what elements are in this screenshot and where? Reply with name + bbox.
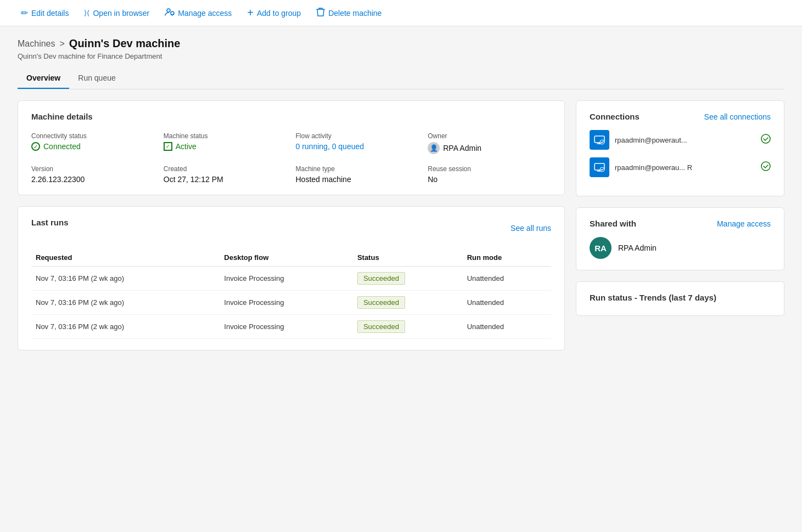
open-browser-button[interactable]: ⟩⟨ Open in browser — [76, 0, 157, 26]
run-trends-card: Run status - Trends (last 7 days) — [576, 281, 784, 316]
last-runs-card: Last runs See all runs Requested Desktop… — [18, 206, 565, 350]
reuse-session-label: Reuse session — [428, 165, 551, 173]
flow-activity-label: Flow activity — [296, 132, 419, 140]
connection-item: rpaadmin@powerau... R — [590, 157, 771, 177]
see-all-runs-link[interactable]: See all runs — [511, 224, 551, 233]
connection-icon — [590, 157, 609, 177]
manage-access-icon — [165, 8, 175, 19]
detail-connectivity: Connectivity status ✓ Connected — [31, 132, 155, 154]
tab-run-queue[interactable]: Run queue — [69, 69, 125, 89]
requested-cell: Nov 7, 03:16 PM (2 wk ago) — [31, 291, 220, 315]
status-cell: Succeeded — [353, 291, 463, 315]
edit-icon: ✏ — [21, 8, 28, 18]
connection-item: rpaadmin@poweraut... — [590, 130, 771, 150]
see-all-connections-link[interactable]: See all connections — [704, 112, 771, 121]
last-runs-title: Last runs — [31, 218, 69, 227]
machine-type-value: Hosted machine — [296, 175, 419, 184]
connections-card-header: Connections See all connections — [590, 112, 771, 121]
last-runs-header: Last runs See all runs — [31, 218, 551, 238]
open-browser-label: Open in browser — [93, 9, 149, 18]
shared-users-list: RA RPA Admin — [590, 237, 771, 259]
delete-machine-label: Delete machine — [328, 9, 382, 18]
connectivity-label: Connectivity status — [31, 132, 155, 140]
breadcrumb-current: Quinn's Dev machine — [69, 37, 181, 50]
flow-cell: Invoice Processing — [220, 291, 353, 315]
requested-cell: Nov 7, 03:16 PM (2 wk ago) — [31, 315, 220, 339]
machine-status-label: Machine status — [164, 132, 287, 140]
shared-with-header: Shared with Manage access — [590, 219, 771, 228]
version-label: Version — [31, 165, 155, 173]
svg-point-3 — [600, 140, 604, 144]
manage-access-link[interactable]: Manage access — [717, 219, 771, 228]
table-row: Nov 7, 03:16 PM (2 wk ago) Invoice Proce… — [31, 315, 551, 339]
created-value: Oct 27, 12:12 PM — [164, 175, 287, 184]
add-to-group-label: Add to group — [257, 9, 301, 18]
manage-access-label: Manage access — [178, 9, 232, 18]
status-cell: Succeeded — [353, 267, 463, 291]
reuse-session-value: No — [428, 175, 551, 184]
version-value: 2.26.123.22300 — [31, 175, 155, 184]
shared-user: RA RPA Admin — [590, 237, 771, 259]
detail-machine-type: Machine type Hosted machine — [296, 165, 419, 184]
open-browser-icon: ⟩⟨ — [84, 9, 89, 17]
col-run-mode: Run mode — [463, 249, 551, 267]
connections-card: Connections See all connections rpaadmin… — [576, 100, 784, 196]
connection-status-icon — [761, 134, 771, 146]
left-column: Machine details Connectivity status ✓ Co… — [18, 100, 565, 361]
detail-version: Version 2.26.123.22300 — [31, 165, 155, 184]
connectivity-value: ✓ Connected — [31, 142, 155, 151]
shared-with-card: Shared with Manage access RA RPA Admin — [576, 207, 784, 270]
table-row: Nov 7, 03:16 PM (2 wk ago) Invoice Proce… — [31, 291, 551, 315]
connected-icon: ✓ — [31, 142, 40, 151]
run-mode-cell: Unattended — [463, 267, 551, 291]
detail-owner: Owner 👤 RPA Admin — [428, 132, 551, 154]
run-mode-cell: Unattended — [463, 315, 551, 339]
toolbar: ✏ Edit details ⟩⟨ Open in browser Manage… — [0, 0, 802, 26]
table-row: Nov 7, 03:16 PM (2 wk ago) Invoice Proce… — [31, 267, 551, 291]
status-cell: Succeeded — [353, 315, 463, 339]
machine-details-card: Machine details Connectivity status ✓ Co… — [18, 100, 565, 195]
edit-details-button[interactable]: ✏ Edit details — [13, 0, 76, 26]
col-desktop-flow: Desktop flow — [220, 249, 353, 267]
flow-activity-value: 0 running, 0 queued — [296, 142, 419, 151]
owner-avatar-icon: 👤 — [428, 142, 440, 154]
breadcrumb-parent[interactable]: Machines — [18, 39, 55, 49]
detail-flow-activity: Flow activity 0 running, 0 queued — [296, 132, 419, 154]
edit-details-label: Edit details — [31, 9, 69, 18]
active-icon: ✓ — [164, 142, 172, 151]
user-name: RPA Admin — [618, 244, 657, 252]
tabs-bar: Overview Run queue — [18, 69, 784, 89]
right-column: Connections See all connections rpaadmin… — [576, 100, 784, 361]
requested-cell: Nov 7, 03:16 PM (2 wk ago) — [31, 267, 220, 291]
owner-label: Owner — [428, 132, 551, 140]
breadcrumb-separator: > — [59, 39, 64, 49]
flow-cell: Invoice Processing — [220, 267, 353, 291]
machine-details-title: Machine details — [31, 112, 551, 121]
machine-details-grid: Connectivity status ✓ Connected Machine … — [31, 132, 551, 184]
status-badge: Succeeded — [357, 296, 405, 309]
svg-point-7 — [761, 162, 770, 171]
created-label: Created — [164, 165, 287, 173]
user-avatar: RA — [590, 237, 612, 259]
flow-cell: Invoice Processing — [220, 315, 353, 339]
shared-with-title: Shared with — [590, 219, 636, 228]
connection-name: rpaadmin@poweraut... — [615, 136, 755, 144]
detail-reuse-session: Reuse session No — [428, 165, 551, 184]
add-to-group-button[interactable]: + Add to group — [239, 0, 309, 26]
main-grid: Machine details Connectivity status ✓ Co… — [18, 100, 784, 361]
delete-machine-button[interactable]: Delete machine — [309, 0, 389, 26]
connection-status-icon — [761, 161, 771, 173]
run-trends-title: Run status - Trends (last 7 days) — [590, 293, 771, 302]
manage-access-button[interactable]: Manage access — [157, 0, 239, 26]
col-requested: Requested — [31, 249, 220, 267]
machine-status-value: ✓ Active — [164, 142, 287, 151]
machine-type-label: Machine type — [296, 165, 419, 173]
status-badge: Succeeded — [357, 320, 405, 333]
detail-created: Created Oct 27, 12:12 PM — [164, 165, 287, 184]
tab-overview[interactable]: Overview — [18, 69, 69, 89]
content-area: Machines > Quinn's Dev machine Quinn's D… — [0, 26, 802, 532]
page-description: Quinn's Dev machine for Finance Departme… — [18, 52, 784, 60]
col-status: Status — [353, 249, 463, 267]
runs-table: Requested Desktop flow Status Run mode N… — [31, 249, 551, 339]
connection-icon — [590, 130, 609, 150]
